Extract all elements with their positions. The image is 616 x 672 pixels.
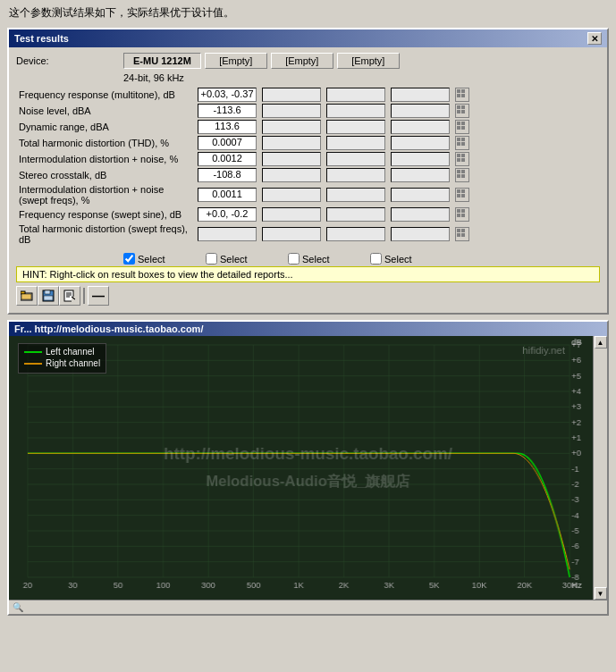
scroll-down-button[interactable]: ▼ xyxy=(595,587,607,600)
result-input[interactable]: 0.0012 xyxy=(198,152,257,166)
minus-button[interactable]: — xyxy=(88,286,109,306)
result-input[interactable]: -108.8 xyxy=(198,168,257,182)
result-extra-input[interactable] xyxy=(391,227,450,241)
result-extra-input[interactable] xyxy=(391,207,450,222)
result-extra-input[interactable] xyxy=(262,152,321,166)
device-slot-3[interactable]: [Empty] xyxy=(337,53,400,69)
result-extra-cell xyxy=(259,135,324,151)
table-row: Frequency response (swept sine), dB+0.0,… xyxy=(16,206,600,223)
result-extra-input[interactable] xyxy=(262,207,321,222)
svg-rect-28 xyxy=(457,209,460,213)
result-extra-input[interactable] xyxy=(262,188,321,202)
result-extra-input[interactable] xyxy=(262,120,321,134)
scroll-up-button[interactable]: ▲ xyxy=(595,336,607,349)
result-extra-input[interactable] xyxy=(326,227,385,241)
svg-rect-7 xyxy=(461,110,465,113)
result-extra-input[interactable] xyxy=(326,104,385,118)
result-input[interactable]: 0.0011 xyxy=(198,188,257,202)
result-extra-cell xyxy=(259,103,324,119)
select-checkbox-1[interactable] xyxy=(206,253,217,265)
device-slot-2[interactable]: [Empty] xyxy=(271,53,333,69)
svg-rect-30 xyxy=(457,214,460,217)
svg-rect-24 xyxy=(457,189,460,193)
grid-icon[interactable] xyxy=(455,227,469,241)
svg-rect-21 xyxy=(461,170,465,173)
result-extra-input[interactable] xyxy=(326,207,385,222)
svg-rect-3 xyxy=(461,94,465,97)
result-extra-cell xyxy=(324,103,388,119)
result-extra-input[interactable] xyxy=(326,168,385,182)
device-row: Device: E-MU 1212M [Empty] [Empty] [Empt… xyxy=(16,53,600,69)
result-extra-cell xyxy=(324,167,388,183)
select-checkbox-2[interactable] xyxy=(288,253,300,265)
svg-rect-5 xyxy=(461,105,465,109)
svg-rect-17 xyxy=(461,154,465,157)
result-extra-input[interactable] xyxy=(262,227,321,241)
svg-rect-34 xyxy=(457,233,460,237)
open-button[interactable] xyxy=(16,286,38,306)
export-button[interactable] xyxy=(59,286,80,306)
grid-icon[interactable] xyxy=(455,188,469,202)
grid-icon[interactable] xyxy=(455,136,469,150)
svg-rect-33 xyxy=(461,229,465,232)
result-extra-input[interactable] xyxy=(262,104,321,118)
result-extra-input[interactable] xyxy=(391,104,450,118)
result-extra-input[interactable] xyxy=(391,152,450,166)
result-extra-input[interactable] xyxy=(262,136,321,150)
result-input[interactable]: +0.0, -0.2 xyxy=(198,207,257,222)
result-extra-input[interactable] xyxy=(391,188,450,202)
save-button[interactable] xyxy=(38,286,59,306)
graph-container: Left channel Right channel http://melodi… xyxy=(9,336,607,600)
select-checkbox-0[interactable] xyxy=(123,253,135,265)
grid-icon[interactable] xyxy=(455,207,469,222)
select-checkbox-3[interactable] xyxy=(370,253,382,265)
result-input[interactable]: 0.0007 xyxy=(198,136,257,150)
grid-icon[interactable] xyxy=(455,120,469,134)
checkbox-row: SelectSelectSelectSelect xyxy=(16,249,600,266)
result-extra-input[interactable] xyxy=(262,88,321,102)
right-channel-label: Right channel xyxy=(46,358,100,368)
device-slot-1[interactable]: [Empty] xyxy=(205,53,267,69)
table-row: Intermodulation distortion + noise (swep… xyxy=(16,183,600,206)
device-name-btn[interactable]: E-MU 1212M xyxy=(123,53,201,69)
sampling-row: 24-bit, 96 kHz xyxy=(16,72,600,83)
result-value-cell: 113.6 xyxy=(195,119,259,135)
svg-rect-22 xyxy=(457,174,460,178)
result-extra-cell xyxy=(388,151,452,167)
result-extra-cell xyxy=(388,103,452,119)
grid-icon[interactable] xyxy=(455,104,469,118)
result-extra-cell xyxy=(324,87,388,103)
result-extra-input[interactable] xyxy=(326,88,385,102)
grid-icon[interactable] xyxy=(455,88,469,102)
result-input[interactable]: -113.6 xyxy=(198,104,257,118)
svg-rect-32 xyxy=(457,229,460,232)
grid-icon[interactable] xyxy=(455,168,469,182)
select-label-1: Select xyxy=(220,254,248,265)
result-extra-input[interactable] xyxy=(326,136,385,150)
graph-scrollbar[interactable]: ▲ ▼ xyxy=(593,336,607,600)
result-extra-input[interactable] xyxy=(391,168,450,182)
row-label: Intermodulation distortion + noise, % xyxy=(16,151,195,167)
device-buttons: E-MU 1212M [Empty] [Empty] [Empty] xyxy=(123,53,400,69)
result-extra-input[interactable] xyxy=(391,88,450,102)
svg-rect-11 xyxy=(461,126,465,130)
result-extra-cell xyxy=(388,167,452,183)
result-extra-input[interactable] xyxy=(326,120,385,134)
grid-icon[interactable] xyxy=(455,152,469,166)
grid-icon-cell xyxy=(452,87,600,103)
result-input[interactable]: 113.6 xyxy=(198,120,257,134)
table-row: Frequency response (multitone), dB+0.03,… xyxy=(16,87,600,103)
result-input[interactable]: +0.03, -0.37 xyxy=(198,88,257,102)
left-channel-label: Left channel xyxy=(46,347,95,357)
toolbar-separator xyxy=(83,288,85,304)
result-extra-input[interactable] xyxy=(326,152,385,166)
result-input[interactable] xyxy=(198,227,257,241)
svg-rect-41 xyxy=(44,296,53,300)
close-button[interactable]: ✕ xyxy=(587,32,602,45)
result-extra-input[interactable] xyxy=(391,120,450,134)
result-extra-input[interactable] xyxy=(326,188,385,202)
result-extra-input[interactable] xyxy=(391,136,450,150)
result-extra-cell xyxy=(259,167,324,183)
result-extra-input[interactable] xyxy=(262,168,321,182)
grid-icon-cell xyxy=(452,135,600,151)
